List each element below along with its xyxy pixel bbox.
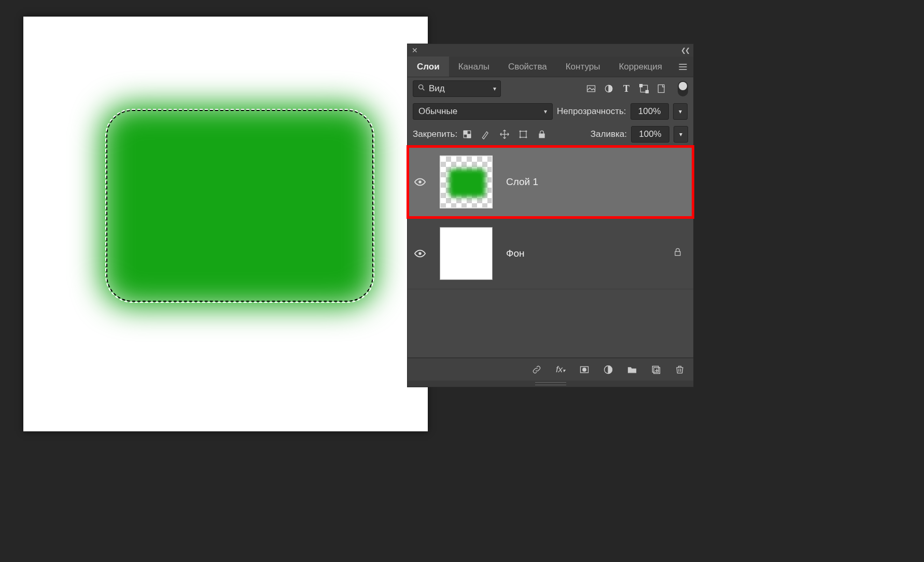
- new-group-icon[interactable]: [626, 363, 638, 376]
- svg-rect-11: [520, 131, 526, 137]
- visibility-toggle-icon[interactable]: [414, 248, 426, 259]
- filter-smartobject-icon[interactable]: [656, 83, 667, 94]
- tab-label: Каналы: [458, 62, 489, 72]
- tab-label: Контуры: [566, 62, 600, 72]
- lock-row: Закрепить: Заливка: 100% ▾: [408, 123, 693, 146]
- lock-position-icon[interactable]: [499, 129, 510, 140]
- fill-field[interactable]: 100%: [631, 126, 669, 143]
- layers-panel: ✕ ❮❮ Слои Каналы Свойства Контуры Коррек…: [407, 44, 694, 387]
- opacity-value: 100%: [638, 106, 661, 117]
- search-icon: [417, 83, 426, 94]
- svg-point-14: [418, 252, 422, 255]
- fill-stepper[interactable]: ▾: [674, 126, 688, 143]
- layer-thumbnail[interactable]: [440, 156, 493, 208]
- tab-channels[interactable]: Каналы: [449, 57, 499, 77]
- blend-row: Обычные ▾ Непрозрачность: 100% ▾: [408, 100, 693, 123]
- blend-mode-select[interactable]: Обычные ▾: [413, 103, 553, 120]
- svg-point-17: [583, 368, 586, 371]
- filter-adjustment-icon[interactable]: [603, 83, 614, 94]
- tab-properties[interactable]: Свойства: [499, 57, 556, 77]
- opacity-stepper[interactable]: ▾: [673, 103, 688, 120]
- chevron-down-icon: ▾: [544, 108, 547, 115]
- svg-rect-6: [646, 90, 648, 93]
- svg-point-0: [419, 85, 423, 89]
- document-canvas[interactable]: [23, 17, 428, 431]
- add-mask-icon[interactable]: [578, 363, 591, 376]
- tab-paths[interactable]: Контуры: [556, 57, 610, 77]
- filter-type-icon[interactable]: T: [621, 83, 632, 94]
- svg-rect-10: [467, 134, 471, 138]
- tab-adjustments[interactable]: Коррекция: [609, 57, 671, 77]
- lock-pixels-icon[interactable]: [480, 129, 492, 140]
- selection-marquee: [106, 110, 373, 302]
- new-layer-icon[interactable]: [650, 363, 662, 376]
- layer-filter-kind-select[interactable]: Вид ▾: [413, 80, 501, 97]
- filter-toggle[interactable]: [678, 81, 688, 96]
- panel-titlebar[interactable]: ✕ ❮❮: [408, 44, 693, 57]
- svg-rect-9: [464, 131, 467, 134]
- filter-kind-label: Вид: [429, 83, 445, 94]
- layer-name[interactable]: Фон: [506, 248, 659, 259]
- svg-point-13: [418, 180, 422, 184]
- blend-mode-value: Обычные: [418, 106, 457, 117]
- tab-layers[interactable]: Слои: [408, 57, 449, 77]
- panel-resize-grip[interactable]: [408, 381, 693, 387]
- visibility-toggle-icon[interactable]: [414, 176, 426, 188]
- panel-tabs: Слои Каналы Свойства Контуры Коррекция: [408, 57, 693, 77]
- fill-label: Заливка:: [591, 129, 627, 139]
- opacity-field[interactable]: 100%: [631, 103, 669, 120]
- layer-locked-icon: [673, 247, 683, 260]
- collapse-panel-icon[interactable]: ❮❮: [679, 47, 691, 54]
- svg-rect-12: [539, 134, 544, 138]
- layers-empty-area[interactable]: [408, 289, 693, 358]
- lock-label: Закрепить:: [413, 129, 457, 139]
- link-layers-icon[interactable]: [530, 363, 543, 376]
- lock-artboard-icon[interactable]: [517, 129, 529, 140]
- svg-line-1: [423, 89, 424, 90]
- new-adjustment-layer-icon[interactable]: [602, 363, 614, 376]
- filter-pixel-icon[interactable]: [585, 83, 597, 94]
- fill-value: 100%: [639, 129, 661, 139]
- tab-label: Слои: [417, 62, 440, 72]
- panel-menu-icon[interactable]: [673, 57, 693, 77]
- layer-thumbnail[interactable]: [440, 227, 493, 280]
- svg-rect-5: [640, 85, 642, 87]
- delete-layer-icon[interactable]: [674, 363, 686, 376]
- layer-filter-row: Вид ▾ T: [408, 77, 693, 100]
- filter-shape-icon[interactable]: [638, 83, 650, 94]
- close-panel-icon[interactable]: ✕: [410, 46, 420, 54]
- lock-transparency-icon[interactable]: [461, 129, 473, 140]
- svg-rect-15: [675, 251, 680, 256]
- layers-bottom-toolbar: fx▾: [408, 358, 693, 381]
- layer-name[interactable]: Слой 1: [506, 176, 687, 188]
- layer-row-layer1[interactable]: Слой 1: [408, 146, 693, 218]
- lock-all-icon[interactable]: [536, 129, 548, 140]
- tab-label: Коррекция: [619, 62, 662, 72]
- tab-label: Свойства: [508, 62, 547, 72]
- layer-effects-icon[interactable]: fx▾: [554, 363, 567, 376]
- opacity-label: Непрозрачность:: [557, 106, 626, 117]
- layers-list: Слой 1 Фон: [408, 146, 693, 358]
- layer-row-background[interactable]: Фон: [408, 218, 693, 289]
- chevron-down-icon: ▾: [493, 85, 496, 92]
- svg-rect-19: [652, 366, 659, 372]
- svg-rect-7: [658, 85, 664, 93]
